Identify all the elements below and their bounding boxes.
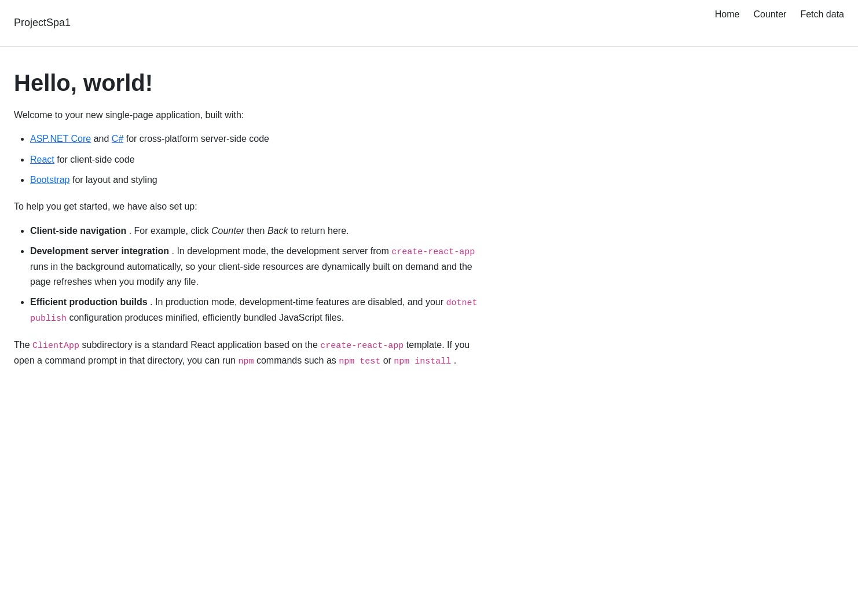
link-bootstrap[interactable]: Bootstrap — [30, 175, 69, 185]
setup-devserver-bold: Development server integration — [30, 246, 169, 256]
main-content: Hello, world! Welcome to your new single… — [0, 47, 498, 402]
footer-text-4: commands such as — [256, 355, 339, 365]
tech-list: ASP.NET Core and C# for cross-platform s… — [14, 131, 484, 188]
setup-nav-bold: Client-side navigation — [30, 226, 126, 236]
nav-item-fetch-data[interactable]: Fetch data — [800, 7, 844, 22]
tech-list-item-aspnet: ASP.NET Core and C# for cross-platform s… — [30, 131, 484, 146]
code-create-react-app-2: create-react-app — [320, 341, 404, 351]
nav-item-home[interactable]: Home — [715, 7, 740, 22]
code-npm: npm — [238, 357, 254, 366]
footer-text-1: The — [14, 340, 32, 350]
page-heading: Hello, world! — [14, 70, 484, 96]
code-create-react-app-1: create-react-app — [391, 247, 475, 257]
link-csharp[interactable]: C# — [112, 134, 123, 144]
footer-text-2: subdirectory is a standard React applica… — [82, 340, 320, 350]
nav-link-counter[interactable]: Counter — [753, 9, 786, 19]
nav-item-counter[interactable]: Counter — [753, 7, 786, 22]
code-npm-test: npm test — [339, 357, 380, 366]
footer-text-5: or — [383, 355, 394, 365]
setup-list-item-production: Efficient production builds . In product… — [30, 295, 484, 326]
tech-list-item-bootstrap: Bootstrap for layout and styling — [30, 173, 484, 188]
navbar-brand[interactable]: ProjectSpa1 — [14, 17, 71, 29]
setup-list: Client-side navigation . For example, cl… — [14, 223, 484, 327]
setup-intro-paragraph: To help you get started, we have also se… — [14, 199, 484, 214]
link-react[interactable]: React — [30, 155, 54, 164]
setup-nav-counter-italic: Counter — [211, 226, 244, 236]
code-npm-install: npm install — [394, 357, 451, 366]
navbar: ProjectSpa1 Home Counter Fetch data — [0, 0, 858, 47]
intro-paragraph: Welcome to your new single-page applicat… — [14, 108, 484, 123]
nav-link-home[interactable]: Home — [715, 9, 740, 19]
footer-paragraph: The ClientApp subdirectory is a standard… — [14, 338, 484, 369]
setup-list-item-devserver: Development server integration . In deve… — [30, 244, 484, 289]
tech-list-item-react: React for client-side code — [30, 152, 484, 167]
nav-link-fetch-data[interactable]: Fetch data — [800, 9, 844, 19]
setup-nav-back-italic: Back — [267, 226, 288, 236]
setup-list-item-navigation: Client-side navigation . For example, cl… — [30, 223, 484, 239]
setup-production-bold: Efficient production builds — [30, 297, 148, 307]
footer-text-6: . — [454, 355, 456, 365]
navbar-links: Home Counter Fetch data — [699, 7, 844, 28]
link-aspnet-core[interactable]: ASP.NET Core — [30, 134, 91, 144]
code-clientapp: ClientApp — [32, 341, 79, 351]
